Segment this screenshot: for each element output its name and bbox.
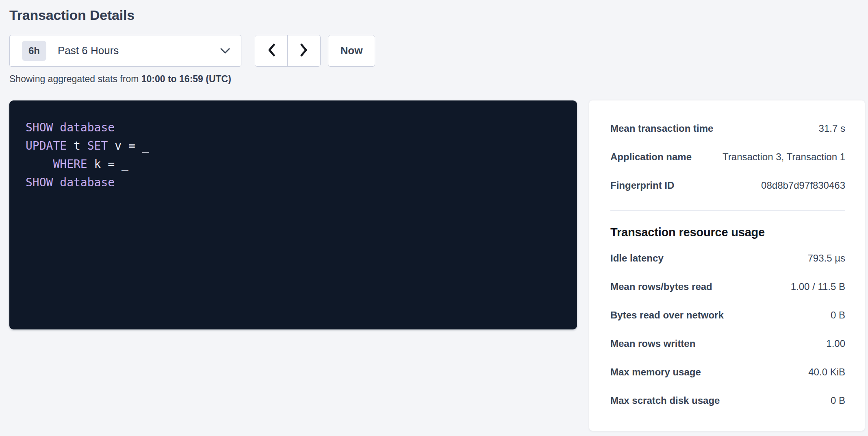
sql-token: v = _ <box>108 139 149 153</box>
time-range-badge: 6h <box>22 41 46 61</box>
summary-row-max-scratch-disk-usage: Max scratch disk usage 0 B <box>610 386 845 415</box>
transaction-sql-panel: SHOW database UPDATE t SET v = _ WHERE k… <box>9 100 577 329</box>
summary-row-value: 40.0 KiB <box>808 366 845 378</box>
sql-token: UPDATE <box>26 139 67 153</box>
summary-row-value: 793.5 µs <box>807 253 845 264</box>
summary-row-label: Max scratch disk usage <box>610 395 720 406</box>
summary-row-idle-latency: Idle latency 793.5 µs <box>610 244 845 272</box>
summary-row-application-name: Application name Transaction 3, Transact… <box>610 143 845 171</box>
summary-row-value: 31.7 s <box>819 123 845 134</box>
sql-token: SHOW database <box>26 121 115 134</box>
summary-row-label: Fingerprint ID <box>610 180 674 191</box>
time-range-dropdown[interactable]: 6h Past 6 Hours <box>9 35 241 67</box>
resource-usage-rows: Idle latency 793.5 µs Mean rows/bytes re… <box>610 244 845 415</box>
sql-statements: SHOW database UPDATE t SET v = _ WHERE k… <box>26 118 561 192</box>
summary-row-label: Max memory usage <box>610 366 701 378</box>
summary-row-label: Application name <box>610 151 692 163</box>
summary-row-value: 08d8b7d97f830463 <box>761 180 845 191</box>
sql-token: SET <box>87 139 108 153</box>
summary-row-mean-rows-written: Mean rows written 1.00 <box>610 329 845 358</box>
aggregation-range-value: 10:00 to 16:59 (UTC) <box>141 74 231 84</box>
sql-token: WHERE <box>53 157 87 171</box>
sql-token: k = _ <box>87 157 128 171</box>
now-button[interactable]: Now <box>328 35 375 67</box>
main-content: SHOW database UPDATE t SET v = _ WHERE k… <box>9 100 865 431</box>
aggregation-range-prefix: Showing aggregated stats from <box>9 74 141 84</box>
time-range-label: Past 6 Hours <box>58 44 119 57</box>
summary-row-value: 0 B <box>831 310 845 321</box>
summary-row-mean-rows-bytes-read: Mean rows/bytes read 1.00 / 11.5 B <box>610 272 845 301</box>
next-time-range-button[interactable] <box>288 35 320 66</box>
summary-row-value: 0 B <box>831 395 845 406</box>
summary-row-label: Bytes read over network <box>610 310 724 321</box>
summary-row-bytes-read-over-network: Bytes read over network 0 B <box>610 301 845 329</box>
summary-row-label: Idle latency <box>610 253 664 264</box>
summary-row-fingerprint-id: Fingerprint ID 08d8b7d97f830463 <box>610 171 845 200</box>
page-title: Transaction Details <box>9 7 865 24</box>
summary-row-value: 1.00 / 11.5 B <box>791 281 845 292</box>
prev-time-range-button[interactable] <box>255 35 288 66</box>
transaction-details-page: Transaction Details 6h Past 6 Hours <box>0 0 868 436</box>
summary-row-label: Mean rows written <box>610 338 695 349</box>
card-divider <box>610 210 845 211</box>
resource-usage-heading: Transaction resource usage <box>610 226 845 239</box>
aggregation-range-text: Showing aggregated stats from 10:00 to 1… <box>9 74 865 85</box>
summary-row-value: 1.00 <box>826 338 845 349</box>
chevron-left-icon <box>267 43 276 58</box>
time-range-arrows <box>255 35 321 67</box>
sql-token <box>26 157 53 171</box>
time-controls: 6h Past 6 Hours <box>9 35 865 67</box>
summary-row-value: Transaction 3, Transaction 1 <box>723 151 845 163</box>
transaction-summary-card: Mean transaction time 31.7 s Application… <box>589 100 865 431</box>
sql-token: SHOW database <box>26 176 115 189</box>
summary-row-mean-transaction-time: Mean transaction time 31.7 s <box>610 114 845 143</box>
summary-row-label: Mean transaction time <box>610 123 713 134</box>
summary-row-label: Mean rows/bytes read <box>610 281 712 292</box>
summary-row-max-memory-usage: Max memory usage 40.0 KiB <box>610 358 845 386</box>
sql-token: t <box>67 139 87 153</box>
chevron-down-icon <box>220 48 230 54</box>
chevron-right-icon <box>299 43 309 58</box>
